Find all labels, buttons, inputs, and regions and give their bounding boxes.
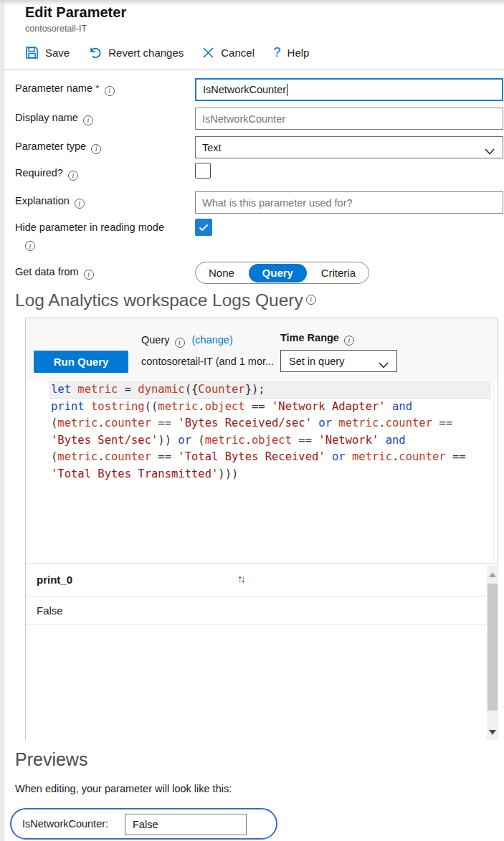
query-editor-panel: Run Query Queryi(change) contosoretail-I… <box>25 318 498 740</box>
toggle-option-criteria[interactable]: Criteria <box>313 267 364 279</box>
toggle-option-query[interactable]: Query <box>249 264 307 282</box>
cancel-label: Cancel <box>221 47 255 59</box>
logs-query-section-heading: Log Analytics workspace Logs Queryi <box>15 290 316 310</box>
explanation-label: Explanationi <box>15 195 85 209</box>
info-icon[interactable]: i <box>75 199 85 209</box>
info-icon[interactable]: i <box>175 338 185 348</box>
code-line-6[interactable]: 'Total Bytes Transmitted'))) <box>49 466 491 483</box>
result-row[interactable]: False <box>26 597 486 625</box>
results-rows: False <box>26 597 486 625</box>
info-icon[interactable]: i <box>25 241 35 251</box>
parameter-preview-pill: IsNetworkCounter: False <box>10 808 277 840</box>
info-icon[interactable]: i <box>344 336 354 346</box>
chevron-down-icon <box>485 146 495 157</box>
help-button[interactable]: ? Help <box>273 44 309 60</box>
cancel-button[interactable]: Cancel <box>202 47 255 59</box>
query-panel-header: Run Query Queryi(change) contosoretail-I… <box>26 318 498 381</box>
info-icon[interactable]: i <box>91 144 101 154</box>
parameter-type-value: Text <box>202 142 222 153</box>
question-mark-icon: ? <box>273 44 281 60</box>
required-asterisk: * <box>95 82 100 94</box>
get-data-from-label: Get data fromi <box>15 266 94 280</box>
save-button[interactable]: Save <box>25 46 70 60</box>
scrollbar-thumb[interactable] <box>488 584 498 711</box>
explanation-placeholder: What is this parameter used for? <box>202 197 353 209</box>
pane-left-edge <box>0 0 4 841</box>
revert-changes-button[interactable]: Revert changes <box>88 46 184 60</box>
info-icon[interactable]: i <box>68 171 78 181</box>
required-checkbox[interactable] <box>195 163 211 179</box>
time-range-label: Time Rangei <box>280 332 354 346</box>
display-name-input[interactable]: IsNetworkCounter <box>195 108 503 130</box>
text-cursor <box>287 84 287 96</box>
run-query-button[interactable]: Run Query <box>34 351 128 373</box>
page-title: Edit Parameter <box>25 4 126 21</box>
header-divider <box>0 69 504 70</box>
query-label: Queryi(change) <box>141 334 233 348</box>
parameter-type-select[interactable]: Text <box>195 136 503 158</box>
preview-caption: When editing, your parameter will look l… <box>15 783 232 794</box>
parameter-name-input[interactable]: IsNetworkCounter <box>195 78 503 101</box>
code-line-1[interactable]: let metric = dynamic({Counter}); <box>49 381 491 399</box>
help-label: Help <box>287 47 310 59</box>
time-range-value: Set in query <box>289 356 344 367</box>
toolbar: Save Revert changes Cancel ? Help <box>25 44 309 60</box>
check-icon <box>199 224 209 232</box>
code-line-5[interactable]: (metric.counter == 'Total Bytes Received… <box>49 449 491 466</box>
editor-right-edge <box>493 381 494 564</box>
preview-param-value: False <box>133 819 158 830</box>
hide-parameter-checkbox[interactable] <box>195 219 212 236</box>
parameter-name-value: IsNetworkCounter <box>203 84 286 95</box>
time-range-dropdown[interactable]: Set in query <box>280 350 397 372</box>
hide-parameter-label: Hide parameter in reading mode <box>15 222 164 233</box>
scroll-up-arrow-icon[interactable] <box>489 572 496 577</box>
parameter-name-label: Parameter name*i <box>15 82 115 96</box>
previews-heading: Previews <box>15 749 87 770</box>
code-line-4[interactable]: 'Bytes Sent/sec')) or (metric.object == … <box>49 432 491 450</box>
kql-code-editor[interactable]: let metric = dynamic({Counter});print to… <box>26 381 498 564</box>
change-query-link[interactable]: (change) <box>192 334 233 346</box>
preview-param-input[interactable]: False <box>125 814 247 835</box>
display-name-label: Display namei <box>15 112 93 125</box>
close-icon <box>202 47 214 59</box>
undo-icon <box>88 46 102 60</box>
info-icon[interactable]: i <box>83 115 93 125</box>
results-scrollbar[interactable] <box>487 566 498 740</box>
save-label: Save <box>45 47 70 59</box>
query-source-text: contosoretail-IT (and 1 mor... <box>141 356 274 367</box>
info-icon[interactable]: i <box>105 86 115 96</box>
required-label: Required?i <box>15 167 78 181</box>
toggle-option-none[interactable]: None <box>200 267 243 279</box>
get-data-from-toggle: None Query Criteria <box>195 262 369 284</box>
column-header[interactable]: print_0 <box>37 574 72 586</box>
scroll-down-arrow-icon[interactable] <box>489 730 496 735</box>
revert-changes-label: Revert changes <box>108 47 184 59</box>
preview-param-label: IsNetworkCounter: <box>22 818 108 830</box>
parameter-type-label: Parameter typei <box>15 141 101 154</box>
workspace-subtitle: contosoretail-IT <box>25 24 87 34</box>
code-line-3[interactable]: (metric.counter == 'Bytes Received/sec' … <box>49 415 491 432</box>
info-icon[interactable]: i <box>84 270 94 280</box>
chevron-down-icon <box>379 359 389 371</box>
display-name-placeholder: IsNetworkCounter <box>202 113 285 125</box>
explanation-input[interactable]: What is this parameter used for? <box>195 191 503 214</box>
results-header-row: print_0 ↑↓ <box>26 564 486 597</box>
sort-icon[interactable]: ↑↓ <box>237 572 244 584</box>
code-line-2[interactable]: print tostring((metric.object == 'Networ… <box>49 399 491 416</box>
save-icon <box>25 46 39 60</box>
top-shadow <box>0 0 504 6</box>
edit-parameter-pane: Edit Parameter contosoretail-IT Save Rev… <box>0 0 504 841</box>
info-icon[interactable]: i <box>306 295 316 305</box>
query-results-grid: print_0 ↑↓ False <box>26 564 498 740</box>
